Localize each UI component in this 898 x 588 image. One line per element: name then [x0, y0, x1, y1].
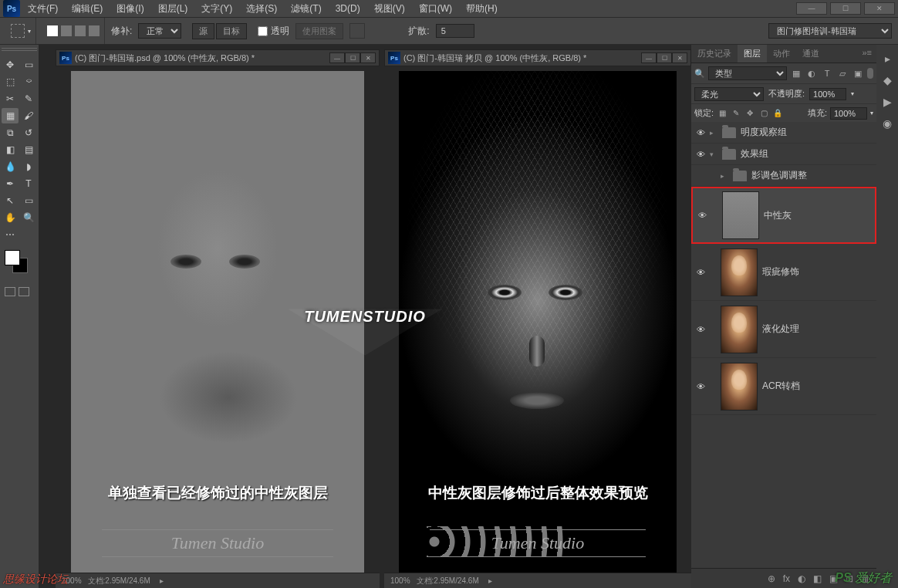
chevron-down-icon[interactable]: ▾ [870, 110, 873, 117]
filter-shape-icon[interactable]: ▱ [836, 67, 849, 79]
visibility-toggle[interactable]: 👁 [691, 382, 710, 391]
maximize-button[interactable]: ☐ [830, 2, 861, 15]
screenmode-icon[interactable] [19, 287, 29, 296]
menu-select[interactable]: 选择(S) [240, 0, 283, 18]
patch-tool[interactable]: ▦ [2, 108, 19, 123]
layer-blemish-fix[interactable]: 👁 瑕疵修饰 [691, 244, 876, 301]
filter-smart-icon[interactable]: ▣ [852, 67, 864, 79]
minimize-button[interactable]: — [796, 2, 827, 15]
diffuse-input[interactable] [436, 24, 474, 38]
selection-intersect-icon[interactable] [89, 25, 100, 36]
selection-add-icon[interactable] [61, 25, 72, 36]
foreground-color[interactable] [5, 250, 20, 265]
menu-type[interactable]: 文字(Y) [195, 0, 238, 18]
pattern-preview[interactable] [349, 23, 365, 39]
hand-tool[interactable]: ✋ [2, 210, 19, 225]
edit-toolbar[interactable]: ⋯ [2, 227, 19, 242]
color-swatches[interactable] [2, 250, 37, 278]
doc2-header[interactable]: Ps (C) 图门-韩国瑞 拷贝 @ 100% (中性灰, RGB/8) * —… [384, 49, 691, 66]
filter-adjust-icon[interactable]: ◐ [805, 67, 818, 79]
quickmask-icon[interactable] [5, 287, 15, 296]
doc1-docinfo[interactable]: 文档:2.95M/24.6M [88, 576, 150, 586]
tab-layers[interactable]: 图层 [738, 45, 767, 63]
visibility-toggle[interactable]: 👁 [691, 150, 710, 159]
use-pattern-button[interactable]: 使用图案 [295, 23, 343, 39]
lasso-tool[interactable]: ⌔ [20, 74, 37, 90]
layer-group-tonal[interactable]: ▸影调色调调整 [691, 165, 876, 187]
dodge-tool[interactable]: ◗ [20, 159, 37, 174]
doc1-maximize[interactable]: ☐ [345, 52, 360, 63]
move-tool[interactable]: ✥ [2, 57, 19, 73]
target-button[interactable]: 目标 [216, 23, 247, 39]
tab-history[interactable]: 历史记录 [691, 45, 738, 63]
fx-icon[interactable]: fx [783, 573, 790, 584]
panel-menu-icon[interactable]: »≡ [857, 45, 876, 63]
info-icon[interactable]: ◉ [879, 116, 895, 131]
lock-transparent-icon[interactable]: ▦ [717, 108, 728, 119]
doc2-docinfo[interactable]: 文档:2.95M/24.6M [417, 576, 479, 586]
tool-preset-icon[interactable] [11, 24, 25, 38]
eyedropper-tool[interactable]: ✎ [20, 91, 37, 106]
doc2-canvas[interactable]: 中性灰图层修饰过后整体效果预览 Tumen Studio [384, 66, 691, 573]
shape-tool[interactable]: ▭ [20, 193, 37, 208]
tab-channels[interactable]: 通道 [796, 45, 825, 63]
history-brush-tool[interactable]: ↺ [20, 125, 37, 140]
opacity-input[interactable] [809, 88, 846, 100]
layer-group-brightness[interactable]: 👁 ▸明度观察组 [691, 122, 876, 144]
repair-mode-select[interactable]: 正常 [138, 23, 181, 39]
artboard-tool[interactable]: ▭ [20, 57, 37, 73]
doc2-close[interactable]: ✕ [672, 52, 687, 63]
menu-layer[interactable]: 图层(L) [152, 0, 194, 18]
brush-tool[interactable]: 🖌 [20, 108, 37, 123]
lock-all-icon[interactable]: 🔒 [772, 108, 783, 119]
tab-actions[interactable]: 动作 [767, 45, 796, 63]
menu-view[interactable]: 视图(V) [368, 0, 411, 18]
fill-input[interactable] [830, 107, 867, 120]
layer-thumbnail[interactable] [721, 306, 758, 353]
zoom-tool[interactable]: 🔍 [20, 210, 37, 225]
filter-toggle[interactable] [867, 68, 873, 79]
selection-subtract-icon[interactable] [75, 25, 86, 36]
doc1-close[interactable]: ✕ [360, 52, 376, 63]
properties-icon[interactable]: ◆ [879, 73, 895, 88]
filter-type-select[interactable]: 类型 [708, 66, 787, 80]
doc1-canvas[interactable]: 单独查看已经修饰过的中性灰图层 Tumen Studio [56, 66, 380, 573]
selection-new-icon[interactable] [47, 25, 58, 36]
layer-thumbnail[interactable] [722, 191, 759, 239]
actions-icon[interactable]: ▶ [879, 94, 895, 110]
collapse-icon[interactable]: ▸ [879, 51, 895, 66]
layer-thumbnail[interactable] [721, 248, 758, 296]
source-button[interactable]: 源 [192, 23, 214, 39]
filter-type-icon[interactable]: T [821, 67, 833, 79]
menu-edit[interactable]: 编辑(E) [66, 0, 109, 18]
layer-acr[interactable]: 👁 ACR转档 [691, 358, 876, 415]
visibility-toggle[interactable]: 👁 [691, 268, 710, 277]
transparent-checkbox[interactable]: 透明 [258, 25, 289, 38]
doc1-minimize[interactable]: — [329, 52, 345, 63]
menu-window[interactable]: 窗口(W) [413, 0, 458, 18]
filter-pixel-icon[interactable]: ▦ [790, 67, 802, 79]
layer-thumbnail[interactable] [721, 363, 758, 411]
link-layers-icon[interactable]: ⊕ [768, 573, 775, 584]
menu-filter[interactable]: 滤镜(T) [285, 0, 327, 18]
visibility-toggle[interactable]: 👁 [693, 211, 711, 220]
menu-image[interactable]: 图像(I) [110, 0, 150, 18]
layer-group-effects[interactable]: 👁 ▾效果组 [691, 144, 876, 165]
workspace-select[interactable]: 图门修图培训-韩国瑞 [768, 23, 892, 39]
close-button[interactable]: ✕ [864, 2, 895, 15]
eraser-tool[interactable]: ◧ [2, 142, 19, 157]
layer-neutral-gray[interactable]: 👁 中性灰 [691, 187, 876, 244]
type-tool[interactable]: T [20, 176, 37, 191]
menu-file[interactable]: 文件(F) [22, 0, 64, 18]
visibility-toggle[interactable]: 👁 [691, 128, 710, 137]
path-tool[interactable]: ↖ [2, 193, 19, 208]
doc2-maximize[interactable]: ☐ [657, 52, 672, 63]
crop-tool[interactable]: ✂ [2, 91, 19, 106]
doc2-zoom[interactable]: 100% [390, 576, 410, 585]
lock-image-icon[interactable]: ✎ [731, 108, 741, 119]
marquee-tool[interactable]: ⬚ [2, 74, 19, 90]
blend-mode-select[interactable]: 柔光 [694, 87, 764, 101]
doc1-header[interactable]: Ps (C) 图门-韩国瑞.psd @ 100% (中性灰, RGB/8) * … [56, 49, 380, 66]
pen-tool[interactable]: ✒ [2, 176, 19, 191]
clone-tool[interactable]: ⧉ [2, 125, 19, 140]
